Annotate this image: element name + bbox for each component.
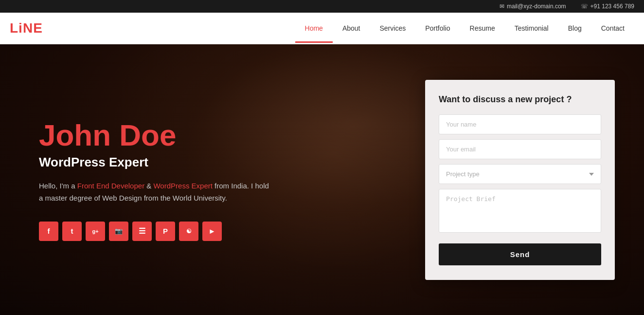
nav-item-contact[interactable]: Contact: [591, 14, 634, 43]
social-pinterest[interactable]: P: [156, 222, 175, 241]
social-facebook[interactable]: f: [39, 222, 58, 241]
hero-title: WordPress Expert: [39, 155, 386, 170]
nav-link-contact[interactable]: Contact: [591, 14, 634, 43]
social-youtube[interactable]: ►: [202, 222, 222, 241]
email-input[interactable]: [439, 139, 601, 159]
phone-icon: ☏: [581, 3, 588, 10]
desc-highlight2: WordPress Expert: [153, 182, 212, 190]
email-icon: ✉: [500, 3, 504, 10]
nav-item-resume[interactable]: Resume: [460, 14, 505, 43]
hero-section: John Doe WordPress Expert Hello, I'm a F…: [0, 44, 644, 315]
email-field-group: [439, 139, 601, 159]
hero-name: John Doe: [39, 119, 386, 152]
desc-middle: &: [144, 182, 153, 190]
project-type-select[interactable]: Project type Web Design Web Development …: [439, 164, 601, 184]
project-type-group: Project type Web Design Web Development …: [439, 164, 601, 184]
social-icons: f t g+ 📷 ☰ P ☯ ►: [39, 222, 386, 241]
social-dribbble[interactable]: ☰: [132, 222, 152, 241]
nav-link-resume[interactable]: Resume: [460, 14, 505, 43]
nav-item-home[interactable]: Home: [295, 14, 333, 43]
logo-part2: E: [33, 20, 43, 36]
nav-item-about[interactable]: About: [333, 14, 370, 43]
brief-field-group: [439, 189, 601, 235]
hero-content: John Doe WordPress Expert Hello, I'm a F…: [0, 119, 425, 241]
nav-links: Home About Services Portfolio Resume Tes…: [295, 14, 634, 43]
nav-item-blog[interactable]: Blog: [558, 14, 591, 43]
hero-description: Hello, I'm a Front End Developer & WordP…: [39, 180, 272, 204]
social-instagram[interactable]: 📷: [109, 222, 128, 241]
nav-item-portfolio[interactable]: Portfolio: [415, 14, 460, 43]
nav-link-portfolio[interactable]: Portfolio: [415, 14, 460, 43]
nav-item-services[interactable]: Services: [370, 14, 416, 43]
nav-item-testimonial[interactable]: Testimonial: [505, 14, 558, 43]
social-github[interactable]: ☯: [179, 222, 198, 241]
email-contact: ✉ mail@xyz-domain.com: [500, 3, 566, 10]
phone-text: +91 123 456 789: [590, 3, 634, 10]
top-bar: ✉ mail@xyz-domain.com ☏ +91 123 456 789: [0, 0, 644, 13]
project-brief-textarea[interactable]: [439, 189, 601, 233]
logo-accent: N: [23, 20, 33, 36]
nav-link-home[interactable]: Home: [295, 14, 333, 43]
desc-before: Hello, I'm a: [39, 182, 77, 190]
send-button[interactable]: Send: [439, 243, 601, 265]
name-input[interactable]: [439, 114, 601, 134]
nav-link-testimonial[interactable]: Testimonial: [505, 14, 558, 43]
logo[interactable]: LiNE: [10, 20, 43, 36]
logo-part1: Li: [10, 20, 23, 36]
desc-highlight1: Front End Developer: [77, 182, 144, 190]
name-field-group: [439, 114, 601, 134]
email-text: mail@xyz-domain.com: [507, 3, 566, 10]
contact-form: Want to discuss a new project ? Project …: [425, 80, 615, 280]
social-twitter[interactable]: t: [62, 222, 82, 241]
navbar: LiNE Home About Services Portfolio Resum…: [0, 13, 644, 44]
nav-link-blog[interactable]: Blog: [558, 14, 591, 43]
social-googleplus[interactable]: g+: [86, 222, 105, 241]
nav-link-about[interactable]: About: [333, 14, 370, 43]
form-title: Want to discuss a new project ?: [439, 94, 601, 105]
nav-link-services[interactable]: Services: [370, 14, 416, 43]
phone-contact: ☏ +91 123 456 789: [581, 3, 634, 10]
